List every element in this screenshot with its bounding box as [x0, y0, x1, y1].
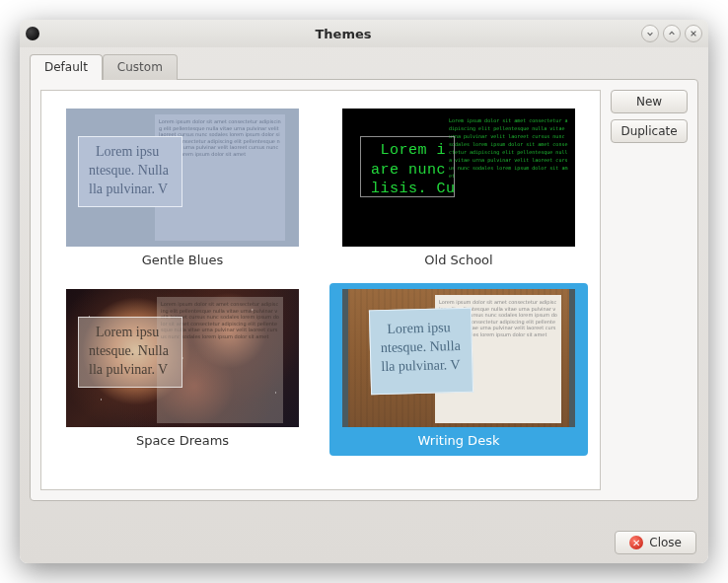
theme-writing-desk[interactable]: Lorem ipsum dolor sit amet consectetur a…	[329, 283, 588, 456]
app-icon	[26, 27, 39, 40]
new-button[interactable]: New	[611, 90, 688, 113]
dialog-footer: ✕ Close	[20, 522, 708, 563]
theme-grid: Lorem ipsum dolor sit amet consectetur a…	[40, 90, 601, 490]
close-button-label: Close	[649, 536, 682, 549]
preview-foreground-page: Lorem i are nunc s lisis. Cu	[360, 136, 455, 197]
preview-foreground-page: Lorem ipsu ntesque. Nulla lla pulvinar. …	[369, 308, 473, 396]
theme-thumbnail: Lorem ipsum dolor sit amet consectetur a…	[66, 109, 299, 247]
tab-bar: Default Custom	[30, 53, 698, 79]
preview-foreground-page: Lorem ipsu ntesque. Nulla lla pulvinar. …	[78, 136, 182, 207]
side-button-column: New Duplicate	[611, 90, 688, 490]
theme-label: Gentle Blues	[142, 253, 224, 267]
minimize-icon	[646, 30, 654, 37]
duplicate-button[interactable]: Duplicate	[611, 119, 688, 143]
tab-panel: Lorem ipsum dolor sit amet consectetur a…	[30, 79, 698, 501]
theme-label: Old School	[424, 253, 492, 267]
theme-old-school[interactable]: Lorem ipsum dolor sit amet consectetur a…	[329, 103, 588, 275]
theme-label: Space Dreams	[136, 433, 229, 448]
theme-gentle-blues[interactable]: Lorem ipsum dolor sit amet consectetur a…	[53, 103, 312, 275]
preview-background-page: Lorem ipsum dolor sit amet consectetur a…	[449, 116, 569, 235]
theme-space-dreams[interactable]: Lorem ipsum dolor sit amet consectetur a…	[53, 283, 312, 456]
close-window-button[interactable]	[685, 25, 702, 42]
themes-dialog: Themes Default Custom Lorem ipsum dolor …	[20, 20, 708, 563]
tab-default[interactable]: Default	[30, 54, 103, 80]
theme-thumbnail: Lorem ipsum dolor sit amet consectetur a…	[342, 289, 575, 427]
maximize-button[interactable]	[663, 25, 681, 42]
window-controls	[641, 25, 702, 42]
minimize-button[interactable]	[641, 25, 659, 42]
dialog-content: Default Custom Lorem ipsum dolor sit ame…	[20, 47, 708, 522]
maximize-icon	[668, 30, 676, 37]
window-title: Themes	[45, 27, 641, 41]
preview-foreground-page: Lorem ipsu ntesque. Nulla lla pulvinar. …	[78, 317, 182, 388]
titlebar: Themes	[20, 20, 708, 47]
close-icon	[690, 30, 697, 37]
theme-label: Writing Desk	[418, 433, 500, 448]
tab-custom[interactable]: Custom	[103, 54, 178, 80]
close-button[interactable]: ✕ Close	[615, 531, 696, 554]
theme-thumbnail: Lorem ipsum dolor sit amet consectetur a…	[66, 289, 299, 427]
theme-thumbnail: Lorem ipsum dolor sit amet consectetur a…	[342, 109, 575, 247]
error-icon: ✕	[629, 536, 643, 549]
